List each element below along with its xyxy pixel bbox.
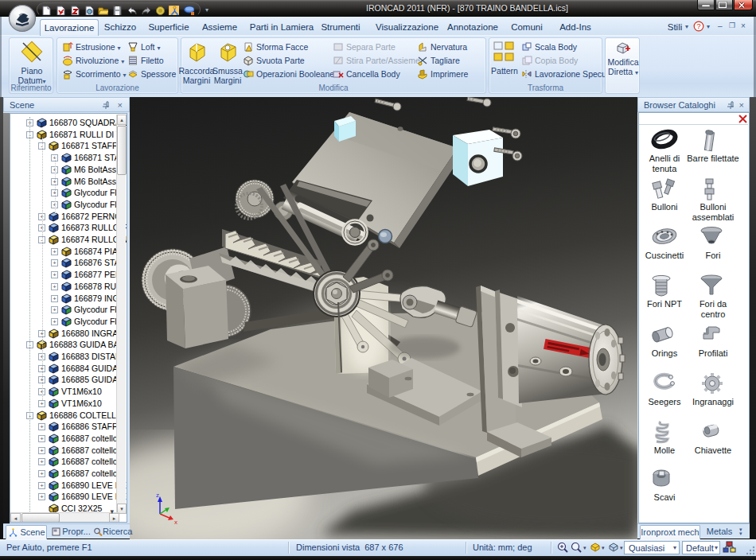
svg-text:z: z (156, 492, 159, 499)
svg-text:x: x (174, 519, 177, 526)
svg-text:?: ? (696, 22, 700, 30)
